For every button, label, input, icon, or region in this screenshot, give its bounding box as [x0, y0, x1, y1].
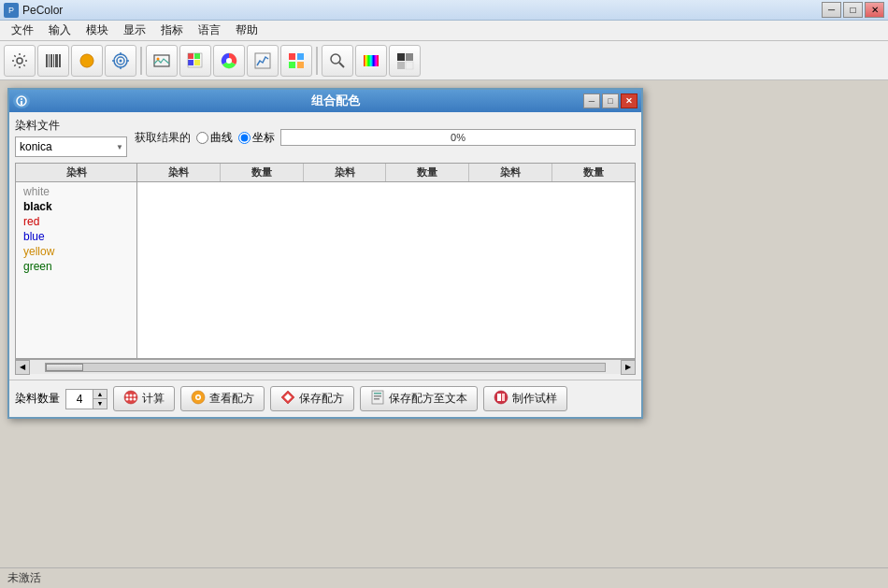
dye-count-spinner[interactable]: ▲ ▼ — [65, 389, 107, 409]
save-text-button[interactable]: 保存配方至文本 — [360, 386, 478, 411]
save-text-icon — [370, 390, 385, 408]
scroll-left-button[interactable]: ◀ — [15, 360, 30, 375]
svg-rect-20 — [194, 60, 200, 65]
search-tool-button[interactable] — [322, 45, 353, 77]
curve-label: 曲线 — [210, 130, 233, 146]
svg-rect-19 — [188, 60, 193, 65]
main-area: 组合配色 ─ □ ✕ 染料文件 konica ▼ — [0, 80, 888, 588]
make-sample-label: 制作试样 — [512, 391, 557, 407]
close-button[interactable]: ✕ — [865, 2, 884, 18]
progress-bar: 0% — [280, 129, 636, 146]
make-icon — [494, 390, 508, 408]
svg-point-0 — [17, 58, 22, 64]
view-recipe-button[interactable]: 查看配方 — [180, 386, 265, 411]
svg-point-37 — [21, 98, 22, 100]
dialog-title-bar: 组合配色 ─ □ ✕ — [9, 90, 641, 112]
svg-rect-3 — [50, 54, 52, 67]
menu-input[interactable]: 输入 — [41, 21, 79, 40]
menu-language[interactable]: 语言 — [191, 21, 228, 40]
settings-tool-button[interactable] — [4, 45, 36, 77]
calc-button[interactable]: 计算 — [113, 386, 175, 411]
menu-help[interactable]: 帮助 — [228, 21, 265, 40]
svg-point-23 — [226, 58, 232, 64]
dye-item-black[interactable]: black — [20, 199, 133, 214]
chart-tool-button[interactable] — [247, 45, 279, 77]
svg-rect-38 — [21, 101, 22, 105]
save-text-label: 保存配方至文本 — [389, 391, 467, 407]
dye-list[interactable]: white black red blue yellow green — [16, 182, 136, 358]
horizontal-scrollbar[interactable]: ◀ ▶ — [15, 359, 636, 374]
svg-point-16 — [157, 57, 160, 60]
spinner-buttons: ▲ ▼ — [93, 390, 107, 409]
svg-rect-25 — [289, 53, 295, 60]
menu-index[interactable]: 指标 — [153, 21, 191, 40]
menu-display[interactable]: 显示 — [116, 21, 153, 40]
grid-tool-button[interactable] — [179, 45, 211, 77]
scrollbar-track[interactable] — [45, 363, 606, 372]
coord-radio-item[interactable]: 坐标 — [238, 130, 275, 146]
minimize-button[interactable]: ─ — [822, 2, 841, 18]
curve-radio[interactable] — [196, 132, 208, 144]
make-sample-button[interactable]: 制作试样 — [483, 386, 567, 411]
dialog-close-button[interactable]: ✕ — [621, 93, 637, 108]
maximize-button[interactable]: □ — [843, 2, 863, 18]
th-qty2: 数量 — [386, 164, 469, 181]
svg-rect-33 — [406, 53, 413, 61]
menu-file[interactable]: 文件 — [4, 21, 41, 40]
svg-point-39 — [124, 391, 137, 404]
save-icon — [280, 390, 295, 408]
file-select[interactable]: konica — [15, 136, 127, 157]
th-dye1: 染料 — [137, 164, 221, 181]
dialog-minimize-button[interactable]: ─ — [583, 93, 600, 108]
th-qty3: 数量 — [552, 164, 635, 181]
image-tool-button[interactable] — [146, 45, 178, 77]
save-recipe-button[interactable]: 保存配方 — [270, 386, 354, 411]
status-text: 未激活 — [7, 570, 41, 586]
view-icon — [191, 390, 206, 408]
svg-point-29 — [331, 54, 340, 64]
colorwheel-tool-button[interactable] — [213, 45, 245, 77]
dialog-maximize-button[interactable]: □ — [602, 93, 619, 108]
table-body — [137, 182, 635, 358]
palette-tool-button[interactable] — [280, 45, 312, 77]
barcode-tool-button[interactable] — [37, 45, 69, 77]
curve-radio-item[interactable]: 曲线 — [196, 130, 233, 146]
svg-rect-53 — [374, 395, 381, 397]
th-qty1: 数量 — [221, 164, 304, 181]
dye-item-yellow[interactable]: yellow — [20, 244, 133, 259]
spinner-up-button[interactable]: ▲ — [93, 390, 107, 400]
dye-item-green[interactable]: green — [20, 259, 133, 274]
squares-tool-button[interactable] — [389, 45, 421, 77]
spectrum-tool-button[interactable] — [355, 45, 387, 77]
scrollbar-thumb[interactable] — [46, 364, 83, 371]
circle-tool-button[interactable] — [71, 45, 103, 77]
result-table: 染料 数量 染料 数量 染料 数量 — [137, 164, 635, 358]
dye-count-label: 染料数量 — [15, 391, 60, 407]
svg-point-10 — [120, 59, 122, 62]
left-controls: 染料文件 konica ▼ — [15, 118, 127, 157]
svg-point-48 — [197, 396, 200, 399]
svg-rect-5 — [55, 54, 58, 67]
coord-radio[interactable] — [238, 132, 251, 144]
dye-item-red[interactable]: red — [20, 214, 133, 229]
svg-rect-4 — [53, 54, 54, 67]
scroll-right-button[interactable]: ▶ — [621, 360, 636, 375]
svg-rect-18 — [194, 53, 200, 59]
menu-module[interactable]: 模块 — [79, 21, 116, 40]
target-tool-button[interactable] — [105, 45, 136, 77]
calc-label: 计算 — [142, 391, 165, 407]
svg-rect-2 — [49, 54, 50, 67]
svg-rect-27 — [289, 62, 295, 68]
file-select-wrapper: konica ▼ — [15, 136, 127, 157]
title-bar-buttons: ─ □ ✕ — [822, 2, 884, 18]
coord-label: 坐标 — [252, 130, 275, 146]
th-dye2: 染料 — [304, 164, 387, 181]
dye-count-input[interactable] — [66, 390, 93, 409]
svg-line-30 — [339, 63, 344, 67]
spinner-down-button[interactable]: ▼ — [93, 399, 107, 409]
dialog-bottom-bar: 染料数量 ▲ ▼ 计算 查看配方 — [9, 380, 641, 417]
dye-item-white[interactable]: white — [20, 184, 133, 199]
dye-item-blue[interactable]: blue — [20, 229, 133, 244]
app-icon: P — [4, 3, 19, 18]
dialog-icon — [13, 93, 30, 108]
